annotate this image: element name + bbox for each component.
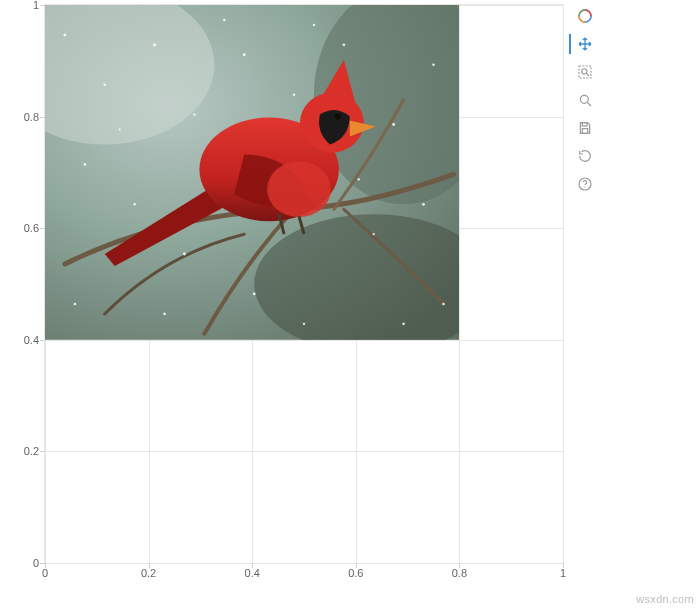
svg-point-26: [223, 19, 226, 22]
svg-point-9: [103, 83, 106, 86]
x-tick-label: 0.2: [141, 567, 156, 579]
help-tool-button[interactable]: [573, 172, 597, 196]
box-zoom-tool-button[interactable]: [573, 60, 597, 84]
grid-v: [563, 5, 564, 563]
reset-tool-button[interactable]: [573, 144, 597, 168]
svg-point-14: [342, 43, 345, 46]
svg-point-18: [133, 203, 135, 205]
x-tick-label: 0.6: [348, 567, 363, 579]
watermark-text: wsxdn.com: [636, 593, 694, 605]
grid-h: [45, 563, 563, 564]
plot-toolbar: [570, 4, 600, 196]
y-tick-label: 0.4: [24, 334, 39, 346]
svg-point-8: [63, 33, 66, 36]
svg-point-23: [422, 203, 425, 206]
svg-point-38: [582, 69, 587, 74]
svg-point-21: [253, 293, 256, 296]
x-tick-label: 0.8: [452, 567, 467, 579]
y-tick-label: 1: [33, 0, 39, 11]
y-tick-label: 0.2: [24, 445, 39, 457]
svg-point-16: [432, 63, 435, 66]
grid-h: [45, 340, 563, 341]
svg-point-12: [243, 53, 246, 56]
svg-rect-40: [582, 123, 587, 126]
svg-point-13: [293, 93, 296, 96]
plot-container: 1 0.8 0.6 0.4 0.2 0 0 0.2 0.4 0.6 0.8 1: [44, 4, 564, 564]
y-tick: [40, 340, 45, 341]
svg-point-19: [183, 253, 186, 256]
svg-point-7: [335, 114, 341, 120]
save-tool-button[interactable]: [573, 116, 597, 140]
y-tick-label: 0.8: [24, 111, 39, 123]
x-tick-label: 0: [42, 567, 48, 579]
svg-point-43: [584, 187, 585, 188]
y-tick: [40, 228, 45, 229]
svg-rect-37: [579, 66, 591, 78]
x-tick-label: 0.4: [245, 567, 260, 579]
grid-h: [45, 451, 563, 452]
svg-point-28: [358, 178, 360, 180]
y-tick-label: 0.6: [24, 222, 39, 234]
wheel-zoom-tool-button[interactable]: [573, 88, 597, 112]
svg-point-29: [163, 313, 166, 316]
x-tick-label: 1: [560, 567, 566, 579]
svg-point-31: [402, 323, 405, 326]
image-glyph-cardinal: [45, 5, 459, 340]
svg-point-15: [392, 123, 395, 126]
svg-point-5: [267, 161, 331, 217]
svg-point-10: [153, 43, 156, 46]
svg-point-17: [83, 163, 86, 166]
y-tick: [40, 117, 45, 118]
svg-point-22: [373, 233, 375, 235]
y-tick-label: 0: [33, 557, 39, 569]
plot-area[interactable]: 1 0.8 0.6 0.4 0.2 0 0 0.2 0.4 0.6 0.8 1: [44, 4, 564, 564]
svg-point-25: [313, 24, 315, 26]
svg-point-24: [442, 303, 445, 306]
svg-rect-41: [582, 129, 587, 134]
svg-point-11: [193, 113, 195, 115]
svg-point-30: [303, 323, 305, 325]
y-tick: [40, 5, 45, 6]
svg-point-39: [580, 95, 588, 103]
bokeh-logo-icon[interactable]: [573, 4, 597, 28]
grid-v: [459, 5, 460, 563]
svg-point-27: [119, 128, 121, 130]
svg-point-20: [74, 303, 77, 306]
pan-tool-button[interactable]: [573, 32, 597, 56]
y-tick: [40, 451, 45, 452]
